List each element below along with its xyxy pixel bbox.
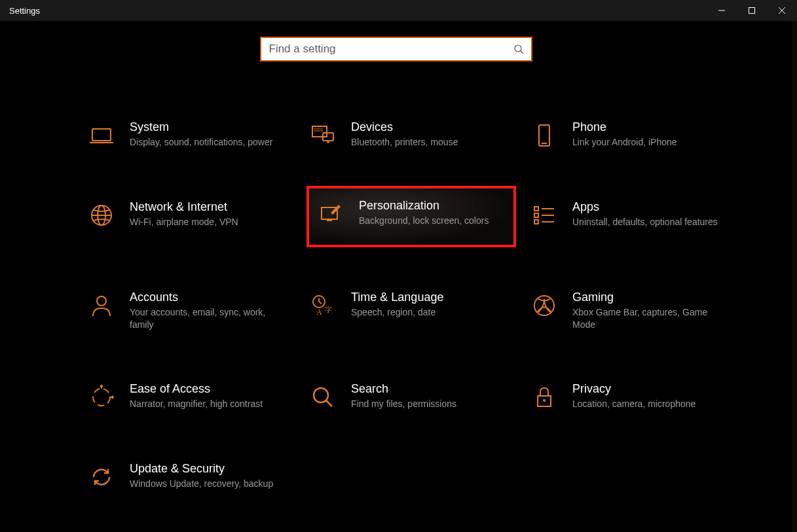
window-controls [707,0,797,21]
time-lang-icon [309,292,337,319]
category-ease-of-access[interactable]: Ease of AccessNarrator, magnifier, high … [85,374,295,419]
category-devices[interactable]: DevicesBluetooth, printers, mouse [306,113,516,157]
category-title: Time & Language [351,291,504,304]
category-gaming[interactable]: GamingXbox Game Bar, captures, Game Mode [528,283,737,339]
apps-list-icon [530,202,558,229]
category-description: Background, lock screen, colors [359,215,504,227]
ease-icon [88,383,115,411]
category-description: Your accounts, email, sync, work, family [130,306,283,331]
settings-grid: SystemDisplay, sound, notifications, pow… [85,113,747,499]
window-title: Settings [9,6,40,16]
category-description: Bluetooth, printers, mouse [351,136,504,149]
category-privacy[interactable]: PrivacyLocation, camera, microphone [528,374,737,419]
category-title: Devices [351,120,504,134]
category-time-language[interactable]: Time & LanguageSpeech, region, date [306,283,516,339]
svg-point-4 [515,45,521,52]
phone-icon [530,122,558,149]
category-title: Privacy [572,382,726,396]
titlebar: Settings [0,0,797,21]
person-icon [88,292,115,319]
category-title: System [130,120,283,134]
devices-icon [309,122,337,149]
category-personalization[interactable]: PersonalizationBackground, lock screen, … [306,186,516,247]
category-title: Update & Security [130,462,283,476]
globe-icon [88,202,115,229]
category-description: Find my files, permissions [351,398,504,410]
laptop-icon [88,122,115,149]
category-search[interactable]: SearchFind my files, permissions [306,374,516,419]
category-description: Wi-Fi, airplane mode, VPN [130,216,283,228]
category-description: Narrator, magnifier, high contrast [130,398,283,410]
search-icon [309,383,337,411]
personalize-icon [317,200,344,228]
update-icon [88,463,115,491]
category-apps[interactable]: AppsUninstall, defaults, optional featur… [528,192,737,247]
search-input[interactable] [269,43,513,56]
search-icon [513,43,525,55]
category-description: Speech, region, date [351,306,504,319]
category-title: Gaming [572,291,726,304]
category-description: Uninstall, defaults, optional features [572,216,726,228]
category-title: Apps [572,200,726,214]
category-description: Xbox Game Bar, captures, Game Mode [572,306,726,331]
category-title: Network & Internet [130,200,283,214]
search-box[interactable] [260,37,532,62]
svg-line-5 [521,51,523,54]
minimize-button[interactable] [707,0,737,21]
xbox-icon [530,292,558,319]
category-phone[interactable]: PhoneLink your Android, iPhone [528,113,737,157]
maximize-button[interactable] [737,0,767,21]
category-network[interactable]: Network & InternetWi-Fi, airplane mode, … [85,192,295,247]
category-title: Personalization [359,199,504,213]
category-description: Location, camera, microphone [572,398,726,410]
category-title: Search [351,382,504,396]
category-title: Ease of Access [130,382,283,396]
category-accounts[interactable]: AccountsYour accounts, email, sync, work… [85,283,295,339]
category-description: Link your Android, iPhone [572,136,726,149]
svg-rect-1 [749,8,755,14]
category-description: Windows Update, recovery, backup [130,478,283,490]
lock-icon [530,383,558,411]
category-title: Phone [572,120,726,134]
main-content: SystemDisplay, sound, notifications, pow… [0,21,792,532]
category-system[interactable]: SystemDisplay, sound, notifications, pow… [85,113,295,157]
category-description: Display, sound, notifications, power [130,136,283,149]
category-update-security[interactable]: Update & SecurityWindows Update, recover… [85,454,295,499]
category-title: Accounts [130,291,283,304]
close-button[interactable] [767,0,797,21]
scrollbar[interactable] [792,21,797,532]
